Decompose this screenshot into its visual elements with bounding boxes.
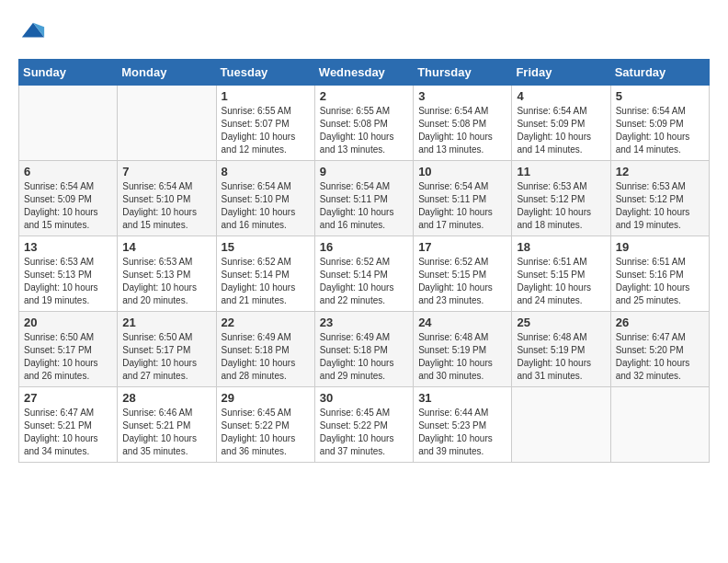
day-number: 4 bbox=[517, 89, 605, 103]
day-number: 28 bbox=[122, 391, 210, 405]
calendar-table: SundayMondayTuesdayWednesdayThursdayFrid… bbox=[18, 59, 710, 463]
day-info: Sunrise: 6:55 AM Sunset: 5:07 PM Dayligh… bbox=[222, 105, 310, 156]
day-info: Sunrise: 6:54 AM Sunset: 5:08 PM Dayligh… bbox=[418, 105, 506, 156]
calendar-week-row: 1Sunrise: 6:55 AM Sunset: 5:07 PM Daylig… bbox=[19, 85, 710, 160]
day-info: Sunrise: 6:46 AM Sunset: 5:21 PM Dayligh… bbox=[122, 407, 210, 458]
calendar-cell bbox=[610, 386, 709, 462]
day-info: Sunrise: 6:49 AM Sunset: 5:18 PM Dayligh… bbox=[222, 331, 310, 383]
calendar-cell: 3Sunrise: 6:54 AM Sunset: 5:08 PM Daylig… bbox=[414, 85, 512, 160]
weekday-header-row: SundayMondayTuesdayWednesdayThursdayFrid… bbox=[19, 59, 710, 85]
day-number: 10 bbox=[418, 165, 506, 178]
day-info: Sunrise: 6:50 AM Sunset: 5:17 PM Dayligh… bbox=[24, 331, 112, 383]
weekday-header: Friday bbox=[512, 59, 610, 85]
day-number: 24 bbox=[418, 316, 506, 329]
calendar-cell: 7Sunrise: 6:54 AM Sunset: 5:10 PM Daylig… bbox=[118, 160, 216, 236]
calendar-cell: 17Sunrise: 6:52 AM Sunset: 5:15 PM Dayli… bbox=[414, 236, 512, 311]
day-number: 13 bbox=[24, 240, 112, 254]
page-header bbox=[18, 18, 710, 50]
day-number: 2 bbox=[320, 89, 408, 103]
day-info: Sunrise: 6:44 AM Sunset: 5:23 PM Dayligh… bbox=[418, 407, 506, 458]
weekday-header: Saturday bbox=[610, 59, 709, 85]
calendar-cell: 2Sunrise: 6:55 AM Sunset: 5:08 PM Daylig… bbox=[314, 85, 413, 160]
day-number: 20 bbox=[24, 316, 112, 329]
calendar-cell: 26Sunrise: 6:47 AM Sunset: 5:20 PM Dayli… bbox=[610, 311, 709, 386]
day-number: 31 bbox=[418, 391, 506, 405]
calendar-cell: 9Sunrise: 6:54 AM Sunset: 5:11 PM Daylig… bbox=[314, 160, 413, 236]
calendar-cell: 25Sunrise: 6:48 AM Sunset: 5:19 PM Dayli… bbox=[512, 311, 610, 386]
day-number: 8 bbox=[222, 165, 310, 178]
day-number: 23 bbox=[320, 316, 408, 329]
calendar-cell: 27Sunrise: 6:47 AM Sunset: 5:21 PM Dayli… bbox=[19, 386, 118, 462]
day-info: Sunrise: 6:45 AM Sunset: 5:22 PM Dayligh… bbox=[320, 407, 408, 458]
day-number: 21 bbox=[122, 316, 210, 329]
day-info: Sunrise: 6:54 AM Sunset: 5:09 PM Dayligh… bbox=[24, 180, 112, 232]
day-number: 5 bbox=[616, 89, 704, 103]
day-info: Sunrise: 6:48 AM Sunset: 5:19 PM Dayligh… bbox=[517, 331, 605, 383]
calendar-cell: 15Sunrise: 6:52 AM Sunset: 5:14 PM Dayli… bbox=[216, 236, 314, 311]
calendar-cell: 31Sunrise: 6:44 AM Sunset: 5:23 PM Dayli… bbox=[414, 386, 512, 462]
day-info: Sunrise: 6:45 AM Sunset: 5:22 PM Dayligh… bbox=[222, 407, 310, 458]
calendar-week-row: 13Sunrise: 6:53 AM Sunset: 5:13 PM Dayli… bbox=[19, 236, 710, 311]
day-info: Sunrise: 6:54 AM Sunset: 5:11 PM Dayligh… bbox=[418, 180, 506, 232]
calendar-cell: 14Sunrise: 6:53 AM Sunset: 5:13 PM Dayli… bbox=[118, 236, 216, 311]
day-number: 25 bbox=[517, 316, 605, 329]
day-info: Sunrise: 6:51 AM Sunset: 5:15 PM Dayligh… bbox=[517, 256, 605, 307]
day-number: 18 bbox=[517, 240, 605, 254]
calendar-cell bbox=[19, 85, 118, 160]
calendar-week-row: 20Sunrise: 6:50 AM Sunset: 5:17 PM Dayli… bbox=[19, 311, 710, 386]
logo-icon bbox=[20, 18, 46, 44]
day-number: 14 bbox=[122, 240, 210, 254]
day-number: 1 bbox=[222, 89, 310, 103]
calendar-cell bbox=[118, 85, 216, 160]
day-number: 16 bbox=[320, 240, 408, 254]
day-info: Sunrise: 6:54 AM Sunset: 5:11 PM Dayligh… bbox=[320, 180, 408, 232]
calendar-cell: 12Sunrise: 6:53 AM Sunset: 5:12 PM Dayli… bbox=[610, 160, 709, 236]
weekday-header: Sunday bbox=[19, 59, 118, 85]
day-info: Sunrise: 6:49 AM Sunset: 5:18 PM Dayligh… bbox=[320, 331, 408, 383]
calendar-cell: 8Sunrise: 6:54 AM Sunset: 5:10 PM Daylig… bbox=[216, 160, 314, 236]
weekday-header: Tuesday bbox=[216, 59, 314, 85]
day-info: Sunrise: 6:50 AM Sunset: 5:17 PM Dayligh… bbox=[122, 331, 210, 383]
day-info: Sunrise: 6:54 AM Sunset: 5:10 PM Dayligh… bbox=[222, 180, 310, 232]
day-info: Sunrise: 6:48 AM Sunset: 5:19 PM Dayligh… bbox=[418, 331, 506, 383]
day-number: 12 bbox=[616, 165, 704, 178]
day-number: 3 bbox=[418, 89, 506, 103]
calendar-cell: 24Sunrise: 6:48 AM Sunset: 5:19 PM Dayli… bbox=[414, 311, 512, 386]
day-info: Sunrise: 6:54 AM Sunset: 5:09 PM Dayligh… bbox=[517, 105, 605, 156]
weekday-header: Monday bbox=[118, 59, 216, 85]
day-info: Sunrise: 6:54 AM Sunset: 5:09 PM Dayligh… bbox=[616, 105, 704, 156]
calendar-week-row: 6Sunrise: 6:54 AM Sunset: 5:09 PM Daylig… bbox=[19, 160, 710, 236]
calendar-cell: 22Sunrise: 6:49 AM Sunset: 5:18 PM Dayli… bbox=[216, 311, 314, 386]
calendar-cell: 23Sunrise: 6:49 AM Sunset: 5:18 PM Dayli… bbox=[314, 311, 413, 386]
day-number: 15 bbox=[222, 240, 310, 254]
day-info: Sunrise: 6:52 AM Sunset: 5:14 PM Dayligh… bbox=[222, 256, 310, 307]
calendar-cell: 1Sunrise: 6:55 AM Sunset: 5:07 PM Daylig… bbox=[216, 85, 314, 160]
day-number: 11 bbox=[517, 165, 605, 178]
day-info: Sunrise: 6:47 AM Sunset: 5:20 PM Dayligh… bbox=[616, 331, 704, 383]
day-number: 26 bbox=[616, 316, 704, 329]
calendar-cell: 19Sunrise: 6:51 AM Sunset: 5:16 PM Dayli… bbox=[610, 236, 709, 311]
calendar-cell: 20Sunrise: 6:50 AM Sunset: 5:17 PM Dayli… bbox=[19, 311, 118, 386]
day-info: Sunrise: 6:47 AM Sunset: 5:21 PM Dayligh… bbox=[24, 407, 112, 458]
calendar-cell: 29Sunrise: 6:45 AM Sunset: 5:22 PM Dayli… bbox=[216, 386, 314, 462]
day-info: Sunrise: 6:52 AM Sunset: 5:14 PM Dayligh… bbox=[320, 256, 408, 307]
weekday-header: Thursday bbox=[414, 59, 512, 85]
calendar-cell: 10Sunrise: 6:54 AM Sunset: 5:11 PM Dayli… bbox=[414, 160, 512, 236]
day-info: Sunrise: 6:53 AM Sunset: 5:13 PM Dayligh… bbox=[24, 256, 112, 307]
calendar-week-row: 27Sunrise: 6:47 AM Sunset: 5:21 PM Dayli… bbox=[19, 386, 710, 462]
day-number: 6 bbox=[24, 165, 112, 178]
day-info: Sunrise: 6:51 AM Sunset: 5:16 PM Dayligh… bbox=[616, 256, 704, 307]
day-number: 27 bbox=[24, 391, 112, 405]
day-number: 29 bbox=[222, 391, 310, 405]
logo bbox=[18, 18, 46, 50]
day-info: Sunrise: 6:53 AM Sunset: 5:12 PM Dayligh… bbox=[616, 180, 704, 232]
calendar-cell: 18Sunrise: 6:51 AM Sunset: 5:15 PM Dayli… bbox=[512, 236, 610, 311]
day-info: Sunrise: 6:53 AM Sunset: 5:12 PM Dayligh… bbox=[517, 180, 605, 232]
day-number: 17 bbox=[418, 240, 506, 254]
calendar-cell: 16Sunrise: 6:52 AM Sunset: 5:14 PM Dayli… bbox=[314, 236, 413, 311]
calendar-cell: 21Sunrise: 6:50 AM Sunset: 5:17 PM Dayli… bbox=[118, 311, 216, 386]
calendar-cell: 30Sunrise: 6:45 AM Sunset: 5:22 PM Dayli… bbox=[314, 386, 413, 462]
calendar-cell: 28Sunrise: 6:46 AM Sunset: 5:21 PM Dayli… bbox=[118, 386, 216, 462]
day-number: 22 bbox=[222, 316, 310, 329]
day-number: 9 bbox=[320, 165, 408, 178]
